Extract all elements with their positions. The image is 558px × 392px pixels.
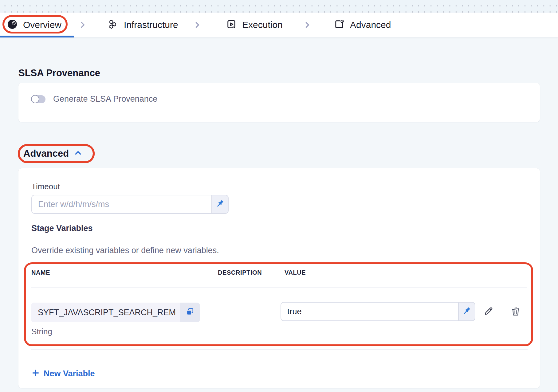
variable-name-chip: SYFT_JAVASCRIPT_SEARCH_REM — [31, 303, 200, 322]
table-bottom-divider — [31, 349, 528, 350]
pin-icon — [462, 306, 471, 317]
slsa-provenance-heading: SLSA Provenance — [18, 68, 100, 79]
variable-value-input[interactable] — [281, 302, 458, 321]
tab-overview-label: Overview — [23, 20, 61, 30]
variable-value-input-group — [281, 302, 475, 321]
tab-execution-label: Execution — [242, 20, 283, 30]
active-tab-underline — [0, 36, 74, 37]
variable-name-text: SYFT_JAVASCRIPT_SEARCH_REM — [31, 303, 180, 322]
chevron-right-icon — [302, 20, 312, 31]
tab-overview[interactable]: Overview — [7, 13, 61, 37]
trash-icon — [510, 306, 521, 317]
new-variable-label: New Variable — [44, 369, 95, 378]
column-header-name: NAME — [31, 269, 50, 276]
canvas-dotted-background — [0, 0, 558, 13]
pencil-icon — [483, 306, 494, 317]
chevron-right-icon — [77, 20, 88, 31]
stage-variables-description: Override existing variables or define ne… — [31, 246, 219, 255]
timeout-input[interactable] — [31, 195, 211, 214]
execution-icon — [226, 19, 237, 31]
column-header-description: DESCRIPTION — [218, 269, 262, 276]
advanced-section-heading: Advanced — [23, 148, 69, 159]
timeout-label: Timeout — [31, 182, 60, 191]
tab-infrastructure-label: Infrastructure — [124, 20, 178, 30]
generate-slsa-toggle-label: Generate SLSA Provenance — [53, 94, 157, 104]
stage-tab-bar: Overview Infrastructure Exec — [0, 13, 558, 37]
timeout-runtime-pin-button[interactable] — [211, 195, 229, 214]
table-header-divider — [31, 287, 527, 288]
advanced-section-header[interactable]: Advanced — [18, 144, 95, 163]
copy-variable-button[interactable] — [180, 303, 200, 322]
tab-advanced-label: Advanced — [350, 20, 391, 30]
stage-variables-heading: Stage Variables — [31, 224, 93, 233]
toggle-knob — [31, 95, 39, 103]
infrastructure-icon — [108, 19, 119, 31]
advanced-gear-icon — [334, 19, 345, 31]
advanced-card: Timeout Stage Variables Override existin… — [18, 168, 540, 388]
timeout-input-group — [31, 195, 229, 214]
column-header-value: VALUE — [285, 269, 306, 276]
plus-icon — [31, 369, 40, 378]
slsa-provenance-card: Generate SLSA Provenance — [18, 83, 540, 122]
delete-variable-button[interactable] — [509, 305, 522, 318]
generate-slsa-toggle[interactable] — [31, 95, 45, 103]
value-runtime-pin-button[interactable] — [458, 302, 475, 321]
chevron-up-icon[interactable] — [73, 148, 83, 159]
tab-infrastructure[interactable]: Infrastructure — [108, 13, 178, 37]
edit-variable-button[interactable] — [482, 305, 495, 318]
variable-type-label: String — [31, 327, 52, 336]
copy-icon — [185, 307, 195, 318]
pin-icon — [215, 199, 225, 210]
tab-advanced[interactable]: Advanced — [334, 13, 391, 37]
tab-execution[interactable]: Execution — [226, 13, 283, 37]
stage-overview-icon — [7, 19, 18, 31]
new-variable-button[interactable]: New Variable — [31, 369, 95, 378]
chevron-right-icon — [192, 20, 202, 31]
